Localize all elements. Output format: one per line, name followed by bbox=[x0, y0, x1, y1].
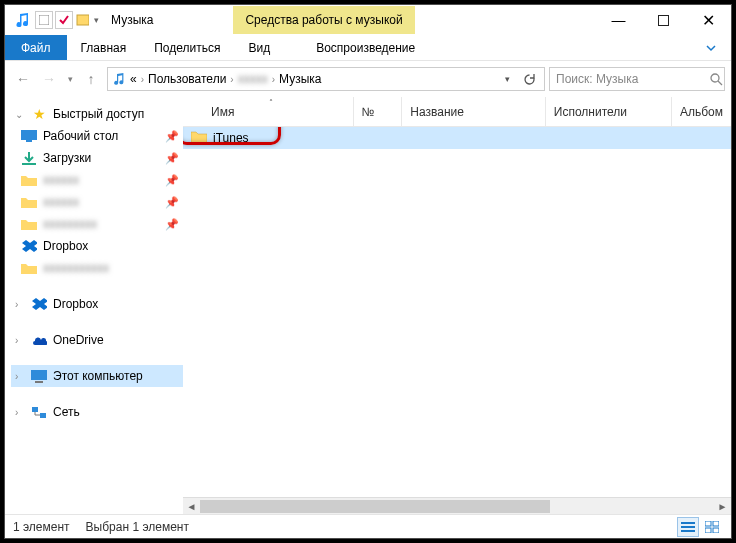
svg-rect-16 bbox=[713, 521, 719, 526]
address-bar[interactable]: «› Пользователи› xxxxx› Музыка ▾ bbox=[107, 67, 545, 91]
ribbon-expand-button[interactable] bbox=[691, 35, 731, 60]
chevron-right-icon: › bbox=[15, 371, 25, 382]
svg-rect-0 bbox=[39, 15, 49, 25]
qat-dropdown[interactable] bbox=[75, 9, 89, 31]
sidebar-item-onedrive[interactable]: › OneDrive bbox=[11, 329, 183, 351]
up-button[interactable]: ↑ bbox=[79, 67, 103, 91]
svg-point-3 bbox=[711, 74, 719, 82]
chevron-right-icon: › bbox=[15, 299, 25, 310]
details-view-button[interactable] bbox=[677, 517, 699, 537]
scroll-thumb[interactable] bbox=[200, 500, 550, 513]
pin-icon: 📌 bbox=[165, 218, 179, 231]
svg-rect-2 bbox=[659, 15, 669, 25]
svg-rect-14 bbox=[681, 530, 695, 532]
desktop-icon bbox=[21, 128, 37, 144]
tab-file[interactable]: Файл bbox=[5, 35, 67, 60]
column-album[interactable]: Альбом bbox=[672, 97, 731, 126]
breadcrumb-user[interactable]: xxxxx› bbox=[238, 72, 275, 86]
star-icon: ★ bbox=[31, 106, 47, 122]
sidebar-item-this-pc[interactable]: › Этот компьютер bbox=[11, 365, 183, 387]
network-icon bbox=[31, 404, 47, 420]
folder-icon bbox=[21, 194, 37, 210]
svg-rect-13 bbox=[681, 526, 695, 528]
tab-share[interactable]: Поделиться bbox=[140, 35, 234, 60]
quick-access-label: Быстрый доступ bbox=[53, 107, 144, 121]
breadcrumb-root[interactable]: «› bbox=[130, 72, 144, 86]
tab-home[interactable]: Главная bbox=[67, 35, 141, 60]
onedrive-icon bbox=[31, 332, 47, 348]
dropbox-icon bbox=[31, 296, 47, 312]
file-list[interactable]: iTunes bbox=[183, 127, 731, 497]
column-number[interactable]: № bbox=[354, 97, 403, 126]
pin-icon: 📌 bbox=[165, 174, 179, 187]
sidebar-item[interactable]: xxxxxx 📌 bbox=[11, 191, 183, 213]
pin-icon: 📌 bbox=[165, 152, 179, 165]
svg-rect-11 bbox=[40, 413, 46, 418]
music-icon bbox=[112, 72, 126, 86]
sidebar-item[interactable]: xxxxxx 📌 bbox=[11, 169, 183, 191]
close-button[interactable]: ✕ bbox=[686, 5, 731, 35]
qat-button-2[interactable] bbox=[55, 11, 73, 29]
sidebar-item-downloads[interactable]: Загрузки 📌 bbox=[11, 147, 183, 169]
svg-rect-5 bbox=[21, 130, 37, 140]
svg-rect-7 bbox=[22, 163, 36, 165]
column-name[interactable]: Имя ˄ bbox=[183, 97, 354, 126]
sort-asc-icon: ˄ bbox=[269, 98, 273, 107]
qat-button-1[interactable] bbox=[35, 11, 53, 29]
scroll-left-button[interactable]: ◄ bbox=[183, 498, 200, 515]
status-bar: 1 элемент Выбран 1 элемент bbox=[5, 514, 731, 538]
search-input[interactable] bbox=[556, 72, 706, 86]
status-selection: Выбран 1 элемент bbox=[86, 520, 189, 534]
pc-icon bbox=[31, 368, 47, 384]
refresh-button[interactable] bbox=[518, 68, 540, 90]
sidebar-item-dropbox[interactable]: › Dropbox bbox=[11, 293, 183, 315]
dropbox-icon bbox=[21, 238, 37, 254]
sidebar-item[interactable]: xxxxxxxxx 📌 bbox=[11, 213, 183, 235]
sidebar-item-dropbox-pinned[interactable]: Dropbox bbox=[11, 235, 183, 257]
column-title[interactable]: Название bbox=[402, 97, 545, 126]
column-artists[interactable]: Исполнители bbox=[546, 97, 672, 126]
ribbon-tabs: Файл Главная Поделиться Вид Воспроизведе… bbox=[5, 35, 731, 61]
svg-rect-8 bbox=[31, 370, 47, 380]
search-box[interactable] bbox=[549, 67, 725, 91]
breadcrumb-users[interactable]: Пользователи› bbox=[148, 72, 234, 86]
breadcrumb-music[interactable]: Музыка bbox=[279, 72, 321, 86]
sidebar-item[interactable]: xxxxxxxxxxx bbox=[11, 257, 183, 279]
svg-rect-6 bbox=[26, 140, 32, 142]
svg-line-4 bbox=[718, 81, 722, 85]
folder-icon bbox=[21, 216, 37, 232]
sidebar-item-network[interactable]: › Сеть bbox=[11, 401, 183, 423]
scroll-right-button[interactable]: ► bbox=[714, 498, 731, 515]
pin-icon: 📌 bbox=[165, 196, 179, 209]
explorer-window: ▾ Музыка Средства работы с музыкой — ✕ Ф… bbox=[4, 4, 732, 539]
tab-view[interactable]: Вид bbox=[234, 35, 284, 60]
chevron-right-icon: › bbox=[15, 407, 25, 418]
window-controls: — ✕ bbox=[596, 5, 731, 35]
search-icon bbox=[710, 73, 723, 86]
back-button[interactable]: ← bbox=[11, 67, 35, 91]
folder-icon bbox=[21, 260, 37, 276]
navigation-row: ← → ▾ ↑ «› Пользователи› xxxxx› Музыка ▾ bbox=[5, 61, 731, 97]
recent-locations-button[interactable]: ▾ bbox=[63, 67, 77, 91]
chevron-right-icon: › bbox=[15, 335, 25, 346]
chevron-down-icon: ⌄ bbox=[15, 109, 25, 120]
tab-play[interactable]: Воспроизведение bbox=[302, 35, 429, 60]
forward-button[interactable]: → bbox=[37, 67, 61, 91]
file-name: iTunes bbox=[213, 131, 249, 145]
quick-access-toolbar: ▾ bbox=[5, 9, 101, 31]
content-area: Имя ˄ № Название Исполнители Альбом iTun… bbox=[183, 97, 731, 514]
svg-rect-17 bbox=[705, 528, 711, 533]
svg-rect-15 bbox=[705, 521, 711, 526]
minimize-button[interactable]: — bbox=[596, 5, 641, 35]
folder-icon bbox=[191, 130, 207, 146]
thumbnails-view-button[interactable] bbox=[701, 517, 723, 537]
list-item[interactable]: iTunes bbox=[183, 127, 731, 149]
address-dropdown-button[interactable]: ▾ bbox=[496, 68, 518, 90]
horizontal-scrollbar[interactable]: ◄ ► bbox=[183, 497, 731, 514]
quick-access-header[interactable]: ⌄ ★ Быстрый доступ bbox=[11, 103, 183, 125]
navigation-pane: ⌄ ★ Быстрый доступ Рабочий стол 📌 Загруз… bbox=[5, 97, 183, 514]
qat-chevron-icon[interactable]: ▾ bbox=[91, 9, 101, 31]
title-bar: ▾ Музыка Средства работы с музыкой — ✕ bbox=[5, 5, 731, 35]
maximize-button[interactable] bbox=[641, 5, 686, 35]
sidebar-item-desktop[interactable]: Рабочий стол 📌 bbox=[11, 125, 183, 147]
